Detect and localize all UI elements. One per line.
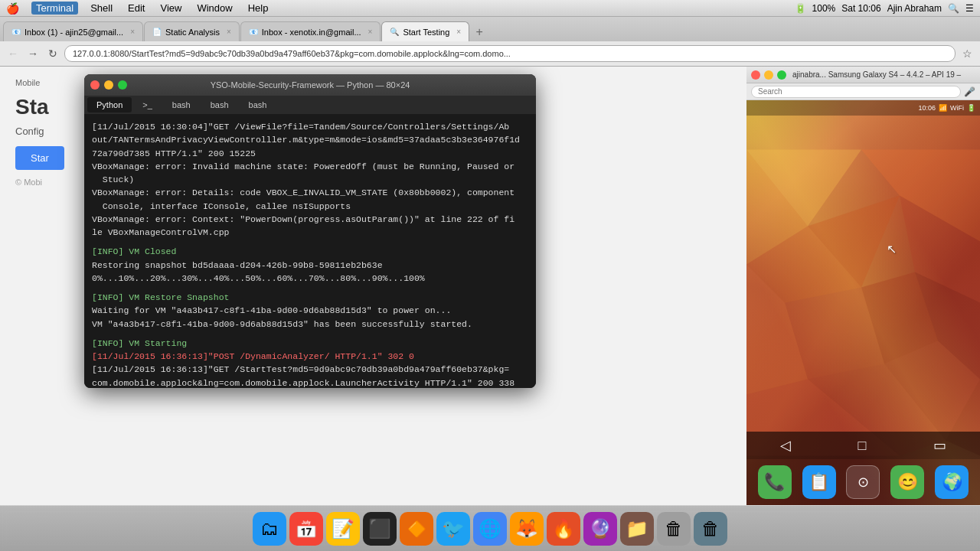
battery-icon: 🔋 xyxy=(795,3,806,14)
android-time: 10:06 xyxy=(918,104,936,112)
android-statusbar: 10:06 📶 WiFi 🔋 xyxy=(746,100,980,116)
dock-files[interactable]: 📁 xyxy=(620,512,654,546)
android-dock-apps[interactable]: ⊙ xyxy=(846,465,880,499)
tab-label-static: Static Analysis xyxy=(165,28,220,37)
bookmark-button[interactable]: ☆ xyxy=(959,45,975,62)
dock-terminal[interactable]: ⬛ xyxy=(363,512,397,546)
tab-label-gmail2: Inbox - xenotix.in@gmail... xyxy=(262,28,361,37)
tab-bar: 📧 Inbox (1) - ajin25@gmail... × 📄 Static… xyxy=(0,17,980,41)
android-battery: 🔋 xyxy=(967,104,975,112)
android-wifi: WiFi xyxy=(950,104,964,112)
dock-app8[interactable]: 🔮 xyxy=(583,512,617,546)
browser-chrome: 📧 Inbox (1) - ajin25@gmail... × 📄 Static… xyxy=(0,17,980,67)
tab-close-testing[interactable]: × xyxy=(456,28,461,36)
android-dock: 📞 📋 ⊙ 😊 🌍 xyxy=(746,459,980,505)
menu-icon[interactable]: ☰ xyxy=(965,3,974,14)
android-close-btn[interactable] xyxy=(751,70,760,80)
mouse-cursor: ↖ xyxy=(887,242,894,249)
tab-static[interactable]: 📄 Static Analysis × xyxy=(144,21,240,41)
url-text: 127.0.0.1:8080/StartTest?md5=9d9abc9c70d… xyxy=(73,49,511,58)
start-button[interactable]: Star xyxy=(15,146,64,170)
android-search-input[interactable] xyxy=(751,86,961,98)
apple-menu[interactable]: 🍎 xyxy=(6,2,19,15)
tab-gmail1[interactable]: 📧 Inbox (1) - ajin25@gmail... × xyxy=(3,21,143,41)
android-dock-browser[interactable]: 🌍 xyxy=(935,465,969,499)
android-max-btn[interactable] xyxy=(777,70,786,80)
android-back-button[interactable]: ◁ xyxy=(780,437,791,454)
terminal-titlebar: YSO-Mobile-Security-Framework — Python —… xyxy=(84,74,536,96)
android-home-button[interactable]: □ xyxy=(858,438,867,454)
dock-app7[interactable]: 🔥 xyxy=(547,512,580,546)
address-bar[interactable]: 127.0.0.1:8080/StartTest?md5=9d9abc9c70d… xyxy=(64,45,956,62)
user-name: Ajin Abraham xyxy=(887,3,942,14)
menu-edit[interactable]: Edit xyxy=(125,2,148,14)
tab-favicon-static: 📄 xyxy=(152,28,162,36)
menubar: 🍎 Terminal Shell Edit View Window Help 🔋… xyxy=(0,0,980,17)
search-icon[interactable]: 🔍 xyxy=(948,3,959,14)
reload-button[interactable]: ↻ xyxy=(44,45,61,62)
android-title: ajinabra... Samsung Galaxy S4 – 4.4.2 – … xyxy=(792,70,961,79)
new-tab-button[interactable]: + xyxy=(470,23,488,41)
battery-level: 100% xyxy=(812,3,836,14)
terminal-title: YSO-Mobile-Security-Framework — Python —… xyxy=(211,80,410,90)
terminal-tab-python[interactable]: Python xyxy=(87,97,132,112)
android-mic-icon[interactable]: 🎤 xyxy=(964,86,975,97)
android-screen: ↖ 10:06 📶 WiFi 🔋 ◁ □ ▭ xyxy=(746,100,980,505)
android-close-buttons xyxy=(751,70,786,80)
menu-shell[interactable]: Shell xyxy=(87,2,116,14)
dock-lynkz[interactable]: 🔶 xyxy=(400,512,433,546)
datetime: Sat 10:06 xyxy=(841,3,880,14)
dock-twitter[interactable]: 🐦 xyxy=(436,512,470,546)
terminal-content[interactable]: [11/Jul/2015 16:30:04]"GET /ViewFile?fil… xyxy=(84,114,536,388)
android-signal: 📶 xyxy=(939,104,947,112)
tab-favicon-testing: 🔍 xyxy=(390,28,399,36)
forward-button[interactable]: → xyxy=(24,45,41,62)
android-dock-contacts[interactable]: 📋 xyxy=(802,465,836,499)
terminal-minimize-button[interactable] xyxy=(104,80,113,90)
menu-help[interactable]: Help xyxy=(245,2,272,14)
mac-dock: 🗂 📅 📝 ⬛ 🔶 🐦 🌐 🦊 🔥 🔮 📁 🗑 🗑 xyxy=(0,505,980,551)
tab-favicon-gmail1: 📧 xyxy=(11,28,21,36)
terminal-tab-shell1[interactable]: >_ xyxy=(133,97,162,112)
tab-close-gmail2[interactable]: × xyxy=(368,28,373,36)
tab-favicon-gmail2: 📧 xyxy=(249,28,258,36)
dock-notes[interactable]: 📝 xyxy=(326,512,360,546)
terminal-tabs: Python >_ bash bash bash xyxy=(84,96,536,114)
tab-testing[interactable]: 🔍 Start Testing × xyxy=(381,21,469,41)
terminal-maximize-button[interactable] xyxy=(118,80,127,90)
terminal-tab-bash3[interactable]: bash xyxy=(240,97,276,112)
browser-area: Mobile Sta Config Star © Mobi YSO-Mobile… xyxy=(0,67,980,505)
dock-app6[interactable]: 🦊 xyxy=(510,512,544,546)
tab-gmail2[interactable]: 📧 Inbox - xenotix.in@gmail... × xyxy=(240,21,381,41)
menu-view[interactable]: View xyxy=(157,2,185,14)
tab-close-gmail1[interactable]: × xyxy=(130,28,135,36)
dock-trash[interactable]: 🗑 xyxy=(657,512,691,546)
back-button[interactable]: ← xyxy=(5,45,21,62)
android-navbar: ◁ □ ▭ xyxy=(746,432,980,459)
tab-close-static[interactable]: × xyxy=(227,28,231,36)
terminal-tab-bash1[interactable]: bash xyxy=(163,97,200,112)
terminal-window: YSO-Mobile-Security-Framework — Python —… xyxy=(84,74,536,388)
dock-chrome[interactable]: 🌐 xyxy=(473,512,507,546)
tab-label-gmail1: Inbox (1) - ajin25@gmail... xyxy=(24,28,123,37)
android-window: ajinabra... Samsung Galaxy S4 – 4.4.2 – … xyxy=(746,67,980,505)
terminal-close-button[interactable] xyxy=(90,80,100,90)
terminal-tab-bash2[interactable]: bash xyxy=(201,97,238,112)
android-recents-button[interactable]: ▭ xyxy=(933,437,946,454)
menu-terminal[interactable]: Terminal xyxy=(31,2,78,15)
menu-window[interactable]: Window xyxy=(194,2,235,14)
tab-label-testing: Start Testing xyxy=(403,28,449,37)
menubar-right: 🔋 100% Sat 10:06 Ajin Abraham 🔍 ☰ xyxy=(795,3,974,14)
android-dock-smiley[interactable]: 😊 xyxy=(890,465,924,499)
android-dock-phone[interactable]: 📞 xyxy=(758,465,792,499)
dock-trash2[interactable]: 🗑 xyxy=(694,512,727,546)
android-min-btn[interactable] xyxy=(764,70,773,80)
dock-calendar[interactable]: 📅 xyxy=(289,512,323,546)
nav-bar: ← → ↻ 127.0.0.1:8080/StartTest?md5=9d9ab… xyxy=(0,41,980,66)
android-titlebar: ajinabra... Samsung Galaxy S4 – 4.4.2 – … xyxy=(746,67,980,83)
dock-finder[interactable]: 🗂 xyxy=(253,512,286,546)
